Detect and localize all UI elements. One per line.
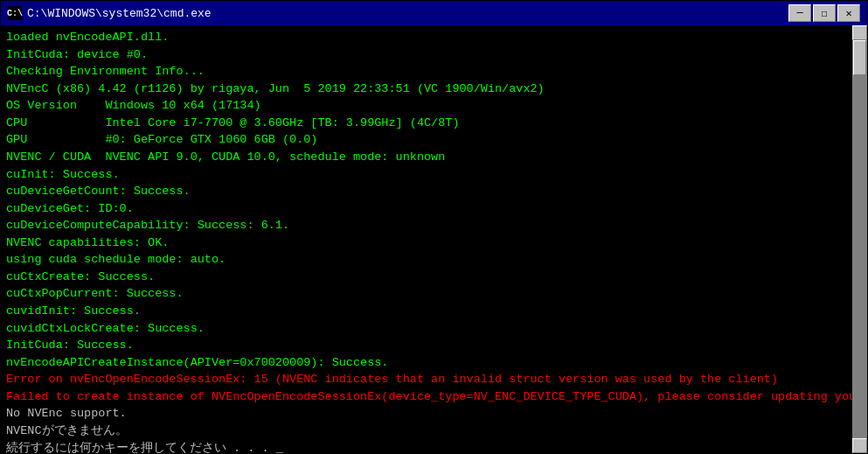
console-line: cuInit: Success. (6, 166, 862, 184)
console-line: No NVEnc support. (6, 405, 862, 423)
console-line: GPU #0: GeForce GTX 1060 6GB (0.0) (6, 131, 862, 149)
console-line: nvEncodeAPICreateInstance(APIVer=0x70020… (6, 354, 862, 372)
console-area: loaded nvEncodeAPI.dll.InitCuda: device … (1, 25, 867, 453)
console-line: NVENCができません。 (6, 423, 862, 440)
maximize-button[interactable]: ☐ (813, 4, 836, 22)
console-line: NVEncC (x86) 4.42 (r1126) by rigaya, Jun… (6, 80, 862, 98)
cmd-window: C:\ C:\WINDOWS\system32\cmd.exe — ☐ ✕ lo… (0, 0, 868, 454)
console-line: NVENC capabilities: OK. (6, 234, 862, 252)
title-bar-left: C:\ C:\WINDOWS\system32\cmd.exe (8, 6, 212, 20)
console-line: loaded nvEncodeAPI.dll. (6, 29, 862, 46)
console-line: cuDeviceGet: ID:0. (6, 200, 862, 218)
scroll-down-button[interactable]: ▼ (852, 438, 867, 453)
console-line: Error on nvEncOpenEncodeSessionEx: 15 (N… (6, 371, 862, 388)
console-line: InitCuda: device #0. (6, 46, 862, 64)
console-line: using cuda schedule mode: auto. (6, 251, 862, 269)
console-line: Checking Environment Info... (6, 63, 862, 80)
console-line: cuCtxCreate: Success. (6, 269, 862, 286)
scrollbar[interactable]: ▲ ▼ (852, 25, 867, 453)
close-button[interactable]: ✕ (837, 4, 860, 22)
scroll-track[interactable] (852, 40, 867, 438)
title-bar: C:\ C:\WINDOWS\system32\cmd.exe — ☐ ✕ (1, 1, 867, 25)
minimize-button[interactable]: — (788, 4, 811, 22)
console-line: cuDeviceComputeCapability: Success: 6.1. (6, 217, 862, 234)
console-line: OS Version Windows 10 x64 (17134) (6, 97, 862, 115)
console-output: loaded nvEncodeAPI.dll.InitCuda: device … (6, 29, 862, 453)
scroll-thumb[interactable] (853, 40, 866, 75)
scroll-up-button[interactable]: ▲ (852, 25, 867, 40)
console-line: CPU Intel Core i7-7700 @ 3.60GHz [TB: 3.… (6, 115, 862, 132)
console-line: 続行するには何かキーを押してください . . . _ (6, 440, 862, 454)
console-line: cuCtxPopCurrent: Success. (6, 285, 862, 303)
console-line: Failed to create instance of NVEncOpenEn… (6, 388, 862, 406)
window-icon: C:\ (8, 6, 22, 20)
console-line: cuvidInit: Success. (6, 303, 862, 320)
title-bar-controls: — ☐ ✕ (788, 4, 860, 22)
console-line: InitCuda: Success. (6, 337, 862, 354)
console-line: cuvidCtxLockCreate: Success. (6, 320, 862, 338)
window-title: C:\WINDOWS\system32\cmd.exe (27, 7, 212, 20)
console-line: cuDeviceGetCount: Success. (6, 183, 862, 200)
console-line: NVENC / CUDA NVENC API 9.0, CUDA 10.0, s… (6, 149, 862, 166)
